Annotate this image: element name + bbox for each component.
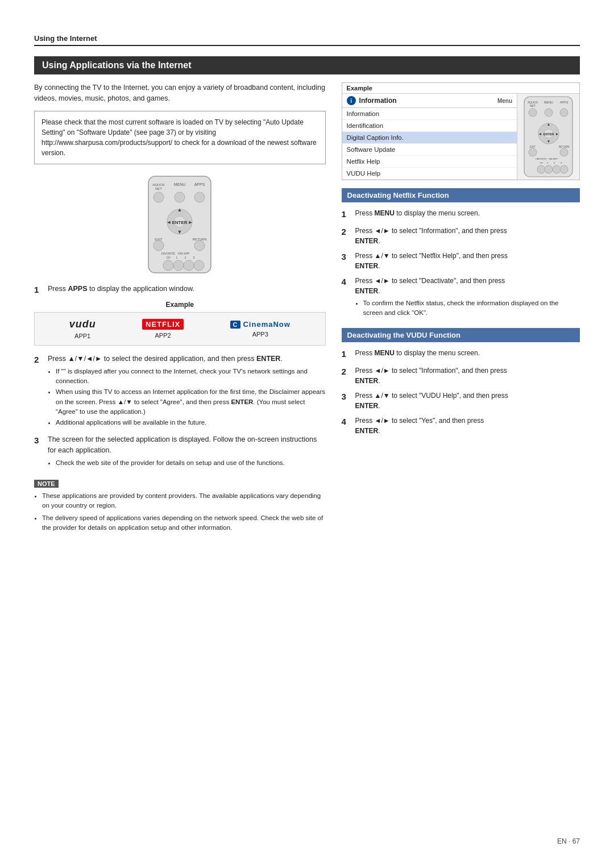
cinemanow-logo: CCinemaNow [230, 320, 291, 329]
section-header-text: Using the Internet [34, 34, 97, 43]
note-bullet-1: These applications are provided by conte… [42, 491, 326, 511]
two-column-layout: By connecting the TV to the Internet, yo… [34, 82, 580, 535]
main-title: Using Applications via the Internet [34, 56, 580, 74]
svg-point-17 [154, 240, 164, 251]
netflix-step-3-bold: ENTER [355, 262, 379, 270]
svg-text:APPS: APPS [560, 101, 569, 104]
intro-paragraph: By connecting the TV to the Internet, yo… [34, 82, 326, 104]
svg-text:►: ► [188, 219, 193, 225]
svg-point-26 [173, 260, 184, 271]
vudu-step-4-num: 4 [342, 416, 352, 436]
right-example-label: Example [342, 83, 579, 94]
vudu-step-2-content: Press ◄/► to select "Information", and t… [355, 366, 580, 386]
netflix-step-4-bullets: To confirm the Netflix status, check the… [363, 298, 580, 318]
svg-text:▼: ▼ [177, 229, 182, 235]
menu-example-box: Example i Information Menu Information I… [342, 82, 580, 180]
menu-item-information: Information [342, 108, 517, 120]
svg-text:▼: ▼ [547, 139, 551, 143]
step-1-bold: APPS [68, 285, 87, 293]
svg-text:CH: CH [167, 256, 171, 259]
svg-text:3: 3 [193, 256, 195, 259]
svg-point-25 [163, 260, 173, 271]
svg-point-7 [194, 192, 205, 202]
menu-item-digital-caption[interactable]: Digital Caption Info. [342, 132, 517, 144]
app-netflix: NETFLIX APP2 [142, 319, 184, 339]
vudu-step-2-num: 2 [342, 366, 352, 386]
right-column: Example i Information Menu Information I… [342, 82, 580, 441]
vudu-steps: 1 Press MENU to display the menu screen.… [342, 348, 580, 436]
svg-text:CH: CH [540, 161, 543, 164]
app1-label: APP1 [74, 333, 90, 339]
vudu-step-1-content: Press MENU to display the menu screen. [355, 348, 580, 361]
svg-text:FAVORITE: FAVORITE [536, 157, 547, 160]
netflix-step-4-num: 4 [342, 276, 352, 321]
menu-header-label: Information [359, 97, 397, 105]
svg-text:▲: ▲ [547, 122, 551, 126]
step-3-content: The screen for the selected application … [48, 434, 326, 470]
svg-point-27 [184, 260, 194, 271]
vudu-step-4-bold: ENTER [355, 427, 379, 435]
vudu-step-4-content: Press ◄/► to select "Yes", and then pres… [355, 416, 580, 436]
netflix-steps: 1 Press MENU to display the menu screen.… [342, 208, 580, 320]
step-1-num: 1 [34, 284, 44, 297]
cinemanow-box: C [230, 321, 241, 329]
netflix-section-title: Deactivating Netflix Function [342, 188, 580, 202]
left-column: By connecting the TV to the Internet, yo… [34, 82, 326, 535]
step-1-content: Press APPS to display the application wi… [48, 284, 326, 297]
netflix-logo: NETFLIX [142, 319, 184, 330]
app-vudu: vudu APP1 [69, 318, 96, 339]
app-cinemanow: CCinemaNow APP3 [230, 320, 291, 338]
svg-text:APPS: APPS [194, 182, 205, 186]
step-3-bullet-1: Check the web site of the provider for d… [56, 458, 326, 468]
svg-text:AQUOS: AQUOS [152, 183, 165, 186]
svg-text:►: ► [555, 132, 559, 136]
netflix-step-3-content: Press ▲/▼ to select "Netflix Help", and … [355, 251, 580, 271]
svg-text:▲: ▲ [177, 207, 182, 213]
step-3: 3 The screen for the selected applicatio… [34, 434, 326, 470]
netflix-step-2-content: Press ◄/► to select "Information", and t… [355, 226, 580, 246]
vudu-step-2-bold: ENTER [355, 377, 379, 385]
menu-header: i Information Menu [342, 94, 517, 108]
step-3-bullets: Check the web site of the provider for d… [56, 458, 326, 468]
note-label: NOTE [34, 480, 59, 488]
note-bullets-list: These applications are provided by conte… [42, 491, 326, 533]
svg-text:2: 2 [185, 256, 186, 259]
svg-text:ENTER: ENTER [544, 132, 554, 136]
netflix-step-1-num: 1 [342, 208, 352, 221]
svg-text:FAV APP: FAV APP [549, 157, 558, 160]
svg-text:ENTER: ENTER [172, 220, 188, 225]
svg-point-34 [529, 109, 537, 117]
info-icon: i [347, 96, 356, 105]
svg-text:MENU: MENU [544, 101, 553, 104]
menu-label: Menu [497, 98, 512, 104]
app3-label: APP3 [252, 331, 268, 338]
vudu-step-4: 4 Press ◄/► to select "Yes", and then pr… [342, 416, 580, 436]
step-3-num: 3 [34, 434, 44, 470]
svg-point-57 [560, 165, 568, 173]
step-1: 1 Press APPS to display the application … [34, 284, 326, 297]
menu-item-vudu-help: VUDU Help [342, 168, 517, 180]
svg-text:1: 1 [176, 256, 178, 259]
step-2-bullets: If "" is displayed after you connect to … [56, 367, 326, 428]
svg-point-5 [154, 192, 164, 202]
vudu-step-1-bold: MENU [375, 349, 395, 357]
note-section: NOTE These applications are provided by … [34, 479, 326, 533]
step-2-bullet-1: If "" is displayed after you connect to … [56, 367, 326, 387]
app2-label: APP2 [155, 332, 171, 339]
svg-text:◄: ◄ [167, 219, 172, 225]
netflix-step-2-num: 2 [342, 226, 352, 246]
netflix-step-2-bold: ENTER [355, 237, 379, 245]
vudu-logo: vudu [69, 318, 96, 330]
svg-text:NET: NET [530, 104, 536, 107]
vudu-step-3-content: Press ▲/▼ to select "VUDU Help", and the… [355, 391, 580, 411]
note-bullet-2: The delivery speed of applications varie… [42, 513, 326, 533]
svg-point-35 [545, 109, 553, 117]
vudu-step-3: 3 Press ▲/▼ to select "VUDU Help", and t… [342, 391, 580, 411]
vudu-step-3-bold: ENTER [355, 402, 379, 410]
remote-illustration-left: AQUOS NET MENU APPS ENTER ▲ ▼ ◄ ► [34, 173, 326, 276]
step-2-bullet-3: Additional applications will be availabl… [56, 418, 326, 427]
step-2-bullet-2: When using this TV to access an Internet… [56, 387, 326, 417]
svg-text:RETURN: RETURN [559, 146, 570, 148]
software-note-text: Please check that the most current softw… [42, 118, 317, 157]
svg-point-18 [194, 240, 205, 251]
